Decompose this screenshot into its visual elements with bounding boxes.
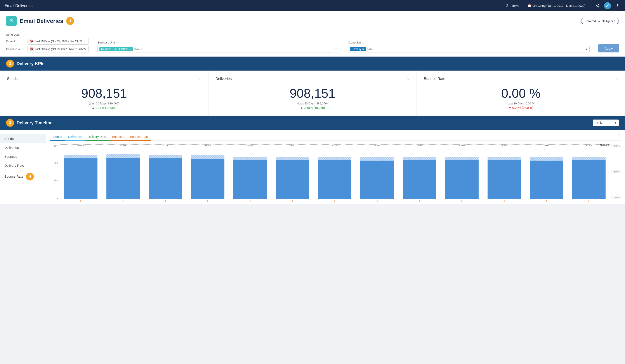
bar-striped-1 xyxy=(106,154,140,158)
svg-point-0 xyxy=(617,4,618,5)
bar-zero-label-5: 0 xyxy=(292,200,293,202)
bar-solid-11 xyxy=(530,161,563,199)
bar-solid-2 xyxy=(149,158,182,199)
y-label-0: 0 xyxy=(50,196,58,199)
bar-inner-11 xyxy=(526,157,567,199)
chart-filter-icon[interactable]: ▽ xyxy=(618,133,621,137)
bar-solid-9 xyxy=(445,160,479,199)
step-badge-4: 4 xyxy=(26,173,34,181)
kpi-sends-value: 908,151 xyxy=(7,86,201,100)
bar-top-label-9: 30,086 xyxy=(459,144,465,147)
timeline-legend: Sends Deliveries Bounces Delivery Rate B… xyxy=(0,130,46,204)
kpi-deliveries-filter-icon[interactable]: ▽ xyxy=(407,77,409,81)
filter-section: Send Date Current 📅 Last 30 Days (Nov 22… xyxy=(0,30,625,57)
business-unit-select[interactable]: Northern Trail Outfitters ✕ Select.. ▼ xyxy=(97,46,339,52)
y-right-label-30: 30 % xyxy=(611,196,621,199)
filter-dates: Current 📅 Last 30 Days (Nov 22, 2022 - D… xyxy=(6,38,89,52)
top-bar-left: Email Deliveries xyxy=(4,3,32,8)
send-date-label: Send Date xyxy=(6,33,89,36)
current-date-value: Last 30 Days (Nov 22, 2022 - Dec 21, 20.… xyxy=(35,40,85,43)
bar-solid-4 xyxy=(233,160,267,199)
page-header: ✉ Email Deliveries 1 Powered By Intellig… xyxy=(0,11,625,30)
daily-select[interactable]: Daily Weekly Monthly xyxy=(593,120,619,126)
bar-striped-7 xyxy=(360,157,394,161)
svg-point-1 xyxy=(617,5,618,6)
kpi-bounce-filter-icon[interactable]: ▽ xyxy=(615,77,618,81)
bar-group-7: 29,824 0 xyxy=(356,144,398,199)
campaign-select[interactable]: Birthday ✕ Select.. ▼ xyxy=(348,46,590,52)
bar-striped-4 xyxy=(233,157,267,160)
edit-button[interactable] xyxy=(604,2,611,9)
share-button[interactable] xyxy=(594,3,600,9)
filters-button[interactable]: ⚗ Filters xyxy=(505,4,519,8)
more-options-button[interactable] xyxy=(615,3,621,9)
bar-top-label-1: 31,261 xyxy=(120,144,126,147)
bar-solid-3 xyxy=(191,159,224,199)
bar-zero-label-8: 0 xyxy=(419,200,420,202)
bar-inner-3 xyxy=(187,155,229,199)
filter-funnel-icon: ⚗ xyxy=(505,4,508,8)
bar-solid-6 xyxy=(318,160,352,199)
chart-tab-delivery-rate[interactable]: Delivery Rate xyxy=(85,133,109,141)
kpi-deliveries-compare: (Last 30 Days: 889,066) xyxy=(216,102,410,105)
bar-top-label-0: 31,070 xyxy=(78,144,84,147)
chart-tab-sends[interactable]: Sends xyxy=(50,133,65,141)
campaign-label: Campaign ▽ xyxy=(348,41,590,44)
powered-by-button[interactable]: Powered By Intelligence xyxy=(581,18,619,24)
current-date-input[interactable]: 📅 Last 30 Days (Nov 22, 2022 - Dec 21, 2… xyxy=(28,38,89,45)
bar-group-8: 30,286 0 xyxy=(399,144,440,199)
bar-zero-label-11: 0 xyxy=(546,200,547,202)
filter-grid: Send Date Current 📅 Last 30 Days (Nov 22… xyxy=(6,33,619,52)
business-unit-tag-close[interactable]: ✕ xyxy=(129,48,131,51)
kpi-card-bounce-rate: Bounce Rate ▽ 0.00 % (Last 30 Days: 0.00… xyxy=(417,71,625,116)
current-date-row: Current 📅 Last 30 Days (Nov 22, 2022 - D… xyxy=(6,38,89,45)
timeline-header-left: 3 Delivery Timeline xyxy=(6,119,52,127)
y-label-20k: 20K xyxy=(50,162,58,164)
bar-group-11: 29,998 0 xyxy=(526,144,567,199)
bar-group-1: 31,261 0 xyxy=(102,144,144,199)
chart-tab-deliveries[interactable]: Deliveries xyxy=(65,133,85,141)
bar-group-10: 30,287 0 xyxy=(483,144,525,199)
bar-group-2: 31,226 0 xyxy=(145,144,187,199)
legend-item-delivery-rate[interactable]: Delivery Rate xyxy=(0,161,46,170)
bar-top-label-3: 31,014 xyxy=(205,144,211,147)
top-bar-right: ⚗ Filters 📅 On Going (Jan 1, 2019 - Dec … xyxy=(505,2,621,9)
kpi-deliveries-value: 908,151 xyxy=(216,86,410,100)
chart-tab-bounce-rate[interactable]: Bounce Rate xyxy=(127,133,151,141)
step-badge-1: 1 xyxy=(66,17,74,25)
bar-inner-12 xyxy=(568,157,610,199)
legend-item-bounce-rate[interactable]: Bounce Rate 4 xyxy=(0,170,46,183)
kpi-sends-name: Sends xyxy=(7,77,17,81)
legend-item-bounces[interactable]: Bounces xyxy=(0,152,46,161)
bar-striped-0 xyxy=(64,155,97,158)
kpi-deliveries-change: ▲ 2.15% (19,085) xyxy=(216,106,410,109)
y-label-30k: 30K xyxy=(50,144,58,147)
step-badge-2: 2 xyxy=(6,60,14,67)
compare-date-row: Compare to 📅 Last 30 Days (Oct 23, 2022 … xyxy=(6,46,89,52)
bar-zero-label-0: 0 xyxy=(80,200,81,202)
bar-top-label-6: 30,221 xyxy=(332,144,338,147)
bar-inner-8 xyxy=(399,157,440,199)
legend-item-deliveries[interactable]: Deliveries xyxy=(0,143,46,152)
y-right-label-90: 90 % xyxy=(611,144,621,148)
kpi-bounce-name: Bounce Rate xyxy=(424,77,445,81)
kpi-deliveries-header: Deliveries ▽ xyxy=(216,77,410,81)
step-badge-3: 3 xyxy=(6,119,14,127)
business-unit-label: Business Unit ▽ xyxy=(97,41,339,44)
date-range-text: On Going (Jan 1, 2019 - Dec 21, 2022) xyxy=(532,4,586,7)
top-bar-title: Email Deliveries xyxy=(4,3,32,8)
y-axis-left: 30K 20K 10K 0 xyxy=(50,144,60,199)
bar-solid-7 xyxy=(360,161,394,199)
bar-group-5: 30,202 0 xyxy=(272,144,313,199)
chart-tab-bounces[interactable]: Bounces xyxy=(109,133,127,141)
legend-item-sends[interactable]: Sends xyxy=(0,134,46,143)
bar-zero-label-6: 0 xyxy=(334,200,335,202)
campaign-tag-close[interactable]: ✕ xyxy=(362,48,364,51)
compare-date-input[interactable]: 📅 Last 30 Days (Oct 23, 2022 - Nov 21, 2… xyxy=(28,46,89,52)
apply-button[interactable]: Apply xyxy=(598,44,619,52)
kpi-bounce-header: Bounce Rate ▽ xyxy=(424,77,618,81)
bar-striped-5 xyxy=(276,157,309,160)
bar-striped-9 xyxy=(445,157,479,160)
kpi-deliveries-name: Deliveries xyxy=(216,77,232,81)
kpi-sends-filter-icon[interactable]: ▽ xyxy=(199,77,201,81)
